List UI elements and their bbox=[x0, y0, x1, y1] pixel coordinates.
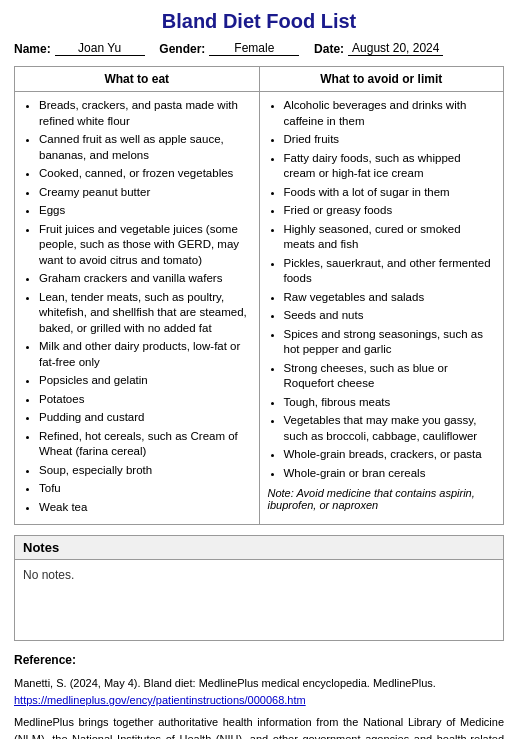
list-item: Strong cheeses, such as blue or Roquefor… bbox=[284, 361, 496, 392]
avoid-column: Alcoholic beverages and drinks with caff… bbox=[259, 92, 504, 525]
reference-label: Reference: bbox=[14, 653, 76, 667]
list-item: Highly seasoned, cured or smoked meats a… bbox=[284, 222, 496, 253]
list-item: Foods with a lot of sugar in them bbox=[284, 185, 496, 201]
eat-list: Breads, crackers, and pasta made with re… bbox=[23, 98, 251, 515]
name-value: Joan Yu bbox=[55, 41, 145, 56]
notes-header: Notes bbox=[15, 536, 503, 560]
reference-section: Reference: Manetti, S. (2024, May 4). Bl… bbox=[14, 651, 504, 739]
list-item: Fatty dairy foods, such as whipped cream… bbox=[284, 151, 496, 182]
list-item: Lean, tender meats, such as poultry, whi… bbox=[39, 290, 251, 337]
list-item: Milk and other dairy products, low-fat o… bbox=[39, 339, 251, 370]
list-item: Seeds and nuts bbox=[284, 308, 496, 324]
page-title: Bland Diet Food List bbox=[14, 10, 504, 33]
col-eat-header: What to eat bbox=[15, 67, 260, 92]
list-item: Whole-grain or bran cereals bbox=[284, 466, 496, 482]
list-item: Potatoes bbox=[39, 392, 251, 408]
reference-link[interactable]: https://medlineplus.gov/ency/patientinst… bbox=[14, 694, 306, 706]
list-item: Pudding and custard bbox=[39, 410, 251, 426]
list-item: Creamy peanut butter bbox=[39, 185, 251, 201]
list-item: Cooked, canned, or frozen vegetables bbox=[39, 166, 251, 182]
list-item: Canned fruit as well as apple sauce, ban… bbox=[39, 132, 251, 163]
date-value: August 20, 2024 bbox=[348, 41, 443, 56]
list-item: Soup, especially broth bbox=[39, 463, 251, 479]
list-item: Popsicles and gelatin bbox=[39, 373, 251, 389]
list-item: Refined, hot cereals, such as Cream of W… bbox=[39, 429, 251, 460]
list-item: Eggs bbox=[39, 203, 251, 219]
list-item: Weak tea bbox=[39, 500, 251, 516]
reference-citation: Manetti, S. (2024, May 4). Bland diet: M… bbox=[14, 677, 436, 689]
reference-disclaimer: MedlinePlus brings together authoritativ… bbox=[14, 716, 504, 739]
list-item: Spices and strong seasonings, such as ho… bbox=[284, 327, 496, 358]
notes-section: Notes No notes. bbox=[14, 535, 504, 641]
list-item: Raw vegetables and salads bbox=[284, 290, 496, 306]
gender-label: Gender: bbox=[159, 42, 205, 56]
food-table: What to eat What to avoid or limit Bread… bbox=[14, 66, 504, 525]
avoid-note: Note: Avoid medicine that contains aspir… bbox=[268, 487, 496, 511]
avoid-list: Alcoholic beverages and drinks with caff… bbox=[268, 98, 496, 481]
list-item: Fruit juices and vegetable juices (some … bbox=[39, 222, 251, 269]
header-row: Name: Joan Yu Gender: Female Date: Augus… bbox=[14, 41, 504, 56]
list-item: Tofu bbox=[39, 481, 251, 497]
gender-value: Female bbox=[209, 41, 299, 56]
list-item: Dried fruits bbox=[284, 132, 496, 148]
list-item: Breads, crackers, and pasta made with re… bbox=[39, 98, 251, 129]
list-item: Whole-grain breads, crackers, or pasta bbox=[284, 447, 496, 463]
notes-body: No notes. bbox=[15, 560, 503, 640]
col-avoid-header: What to avoid or limit bbox=[259, 67, 504, 92]
date-label: Date: bbox=[314, 42, 344, 56]
list-item: Alcoholic beverages and drinks with caff… bbox=[284, 98, 496, 129]
list-item: Tough, fibrous meats bbox=[284, 395, 496, 411]
list-item: Graham crackers and vanilla wafers bbox=[39, 271, 251, 287]
eat-column: Breads, crackers, and pasta made with re… bbox=[15, 92, 260, 525]
list-item: Fried or greasy foods bbox=[284, 203, 496, 219]
name-label: Name: bbox=[14, 42, 51, 56]
list-item: Vegetables that may make you gassy, such… bbox=[284, 413, 496, 444]
list-item: Pickles, sauerkraut, and other fermented… bbox=[284, 256, 496, 287]
